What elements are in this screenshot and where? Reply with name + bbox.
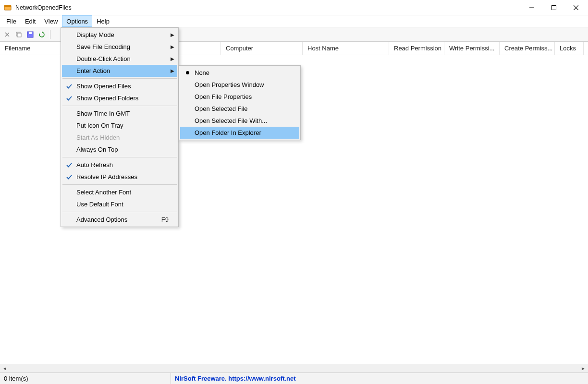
menu-item[interactable]: Display Mode▶ [62,29,177,41]
svg-rect-1 [4,5,11,7]
submenu-item-label: Open Properties Window [195,81,291,88]
menu-separator [62,184,177,185]
column-header[interactable]: Read Permission [389,42,444,55]
menu-item[interactable]: Show Time In GMT [62,108,177,120]
menu-item-label: Auto Refresh [76,161,169,168]
column-header[interactable]: Locks [555,42,584,55]
check-icon [62,84,76,89]
menu-view[interactable]: View [40,15,62,27]
menu-separator [62,106,177,106]
menu-item-label: Display Mode [76,31,169,38]
scroll-left-icon[interactable]: ◄ [1,364,9,372]
cut-icon[interactable] [3,30,12,39]
refresh-icon[interactable] [37,30,46,39]
window-controls [521,0,587,15]
app-icon [4,4,12,12]
submenu-arrow-icon: ▶ [171,32,174,37]
menu-item-label: Put Icon On Tray [76,122,169,129]
submenu-arrow-icon: ▶ [171,68,174,73]
submenu-item[interactable]: Open Properties Window [180,79,299,91]
menu-item-label: Save File Encoding [76,43,169,50]
column-header[interactable]: Host Name [303,42,389,55]
menu-item: Start As Hidden [62,132,177,144]
svg-rect-9 [29,32,32,34]
check-icon [62,174,76,180]
menu-item[interactable]: Resolve IP Addresses [62,171,177,183]
titlebar: NetworkOpenedFiles [0,0,588,15]
menu-options[interactable]: Options [62,15,92,27]
menu-item-label: Enter Action [76,67,169,74]
check-icon [62,96,76,101]
maximize-button[interactable] [543,0,565,15]
menu-item[interactable]: Show Opened Files [62,80,177,92]
statusbar: 0 item(s) NirSoft Freeware. https://www.… [0,372,588,384]
save-icon[interactable] [26,30,35,39]
menu-item[interactable]: Enter Action▶ [62,65,177,77]
menu-file[interactable]: File [2,15,21,27]
menu-item-label: Resolve IP Addresses [76,173,169,180]
close-button[interactable] [565,0,587,15]
svg-rect-7 [17,33,21,37]
submenu-item[interactable]: Open Selected File [180,103,299,115]
toolbar-separator [50,30,50,39]
menu-edit[interactable]: Edit [21,15,40,27]
options-dropdown: Display Mode▶Save File Encoding▶Double-C… [61,27,179,227]
menubar: FileEditViewOptionsHelp [0,15,588,27]
scroll-right-icon[interactable]: ► [579,364,587,372]
menu-separator [62,157,177,157]
menu-item-label: Start As Hidden [76,134,169,141]
svg-rect-3 [552,5,556,10]
menu-accelerator: F9 [161,216,169,223]
menu-item-label: Use Default Font [76,201,169,208]
menu-help[interactable]: Help [92,15,114,27]
check-icon [62,162,76,168]
menu-item[interactable]: Put Icon On Tray [62,120,177,132]
submenu-item[interactable]: Open Selected File With... [180,115,299,127]
menu-item[interactable]: Auto Refresh [62,159,177,171]
submenu-item[interactable]: None [180,67,299,79]
horizontal-scrollbar[interactable]: ◄ ► [0,364,588,372]
menu-item[interactable]: Double-Click Action▶ [62,53,177,65]
submenu-item[interactable]: Open Folder In Explorer [180,127,299,139]
menu-item-label: Show Time In GMT [76,110,169,117]
submenu-item-label: Open Folder In Explorer [195,129,291,136]
menu-item[interactable]: Advanced OptionsF9 [62,214,177,226]
copy-icon[interactable] [14,30,23,39]
column-header[interactable]: Write Permissi... [444,42,500,55]
menu-item-label: Show Opened Folders [76,95,169,102]
menu-item[interactable]: Save File Encoding▶ [62,41,177,53]
menu-separator [62,212,177,212]
radio-icon [180,71,195,74]
submenu-arrow-icon: ▶ [171,56,174,61]
status-brand: NirSoft Freeware. https://www.nirsoft.ne… [171,373,588,384]
menu-item[interactable]: Show Opened Folders [62,92,177,104]
menu-item-label: Advanced Options [76,216,147,223]
column-header[interactable]: Create Permiss... [500,42,555,55]
menu-item-label: Show Opened Files [76,83,169,90]
menu-item-label: Double-Click Action [76,55,169,62]
minimize-button[interactable] [521,0,543,15]
menu-item[interactable]: Use Default Font [62,198,177,210]
column-header[interactable]: Computer [221,42,303,55]
enter-action-submenu: NoneOpen Properties WindowOpen File Prop… [179,65,301,140]
window-title: NetworkOpenedFiles [15,4,521,11]
menu-item-label: Select Another Font [76,189,169,196]
submenu-item-label: Open File Properties [195,93,291,100]
menu-item[interactable]: Select Another Font [62,186,177,198]
submenu-item-label: None [195,69,291,76]
status-item-count: 0 item(s) [0,373,171,384]
menu-item-label: Always On Top [76,146,169,153]
menu-separator [62,78,177,79]
submenu-item-label: Open Selected File [195,105,291,112]
submenu-arrow-icon: ▶ [171,44,174,49]
submenu-item-label: Open Selected File With... [195,117,291,124]
submenu-item[interactable]: Open File Properties [180,91,299,103]
menu-item[interactable]: Always On Top [62,144,177,156]
